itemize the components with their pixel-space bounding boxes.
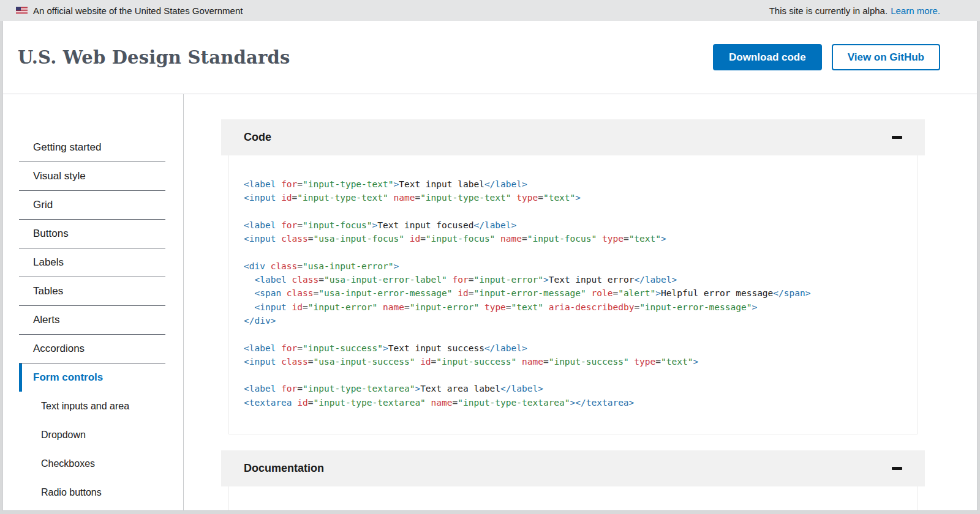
sidebar-item-getting-started[interactable]: Getting started (19, 133, 165, 162)
learn-more-link[interactable]: Learn more. (891, 6, 940, 16)
sidebar-list: Getting startedVisual styleGridButtonsLa… (19, 133, 165, 507)
body-row: Getting startedVisual styleGridButtonsLa… (3, 94, 977, 510)
gov-banner-left: An official website of the United States… (16, 6, 243, 16)
code-accordion-header[interactable]: Code (221, 119, 925, 155)
sidebar-subitem-radio-buttons[interactable]: Radio buttons (19, 478, 165, 507)
sidebar-item-accordions[interactable]: Accordions (19, 335, 165, 363)
view-on-github-button[interactable]: View on GitHub (832, 44, 940, 70)
code-accordion: Code <label for="input-type-text">Text i… (221, 119, 925, 434)
sidebar-nav: Getting startedVisual styleGridButtonsLa… (3, 94, 184, 510)
gov-banner: An official website of the United States… (0, 0, 980, 21)
sidebar-item-form-controls[interactable]: Form controls (19, 363, 165, 392)
page-frame: U.S. Web Design Standards Download code … (2, 21, 978, 511)
sidebar-item-buttons[interactable]: Buttons (19, 220, 165, 248)
sidebar-item-visual-style[interactable]: Visual style (19, 162, 165, 191)
sidebar-item-tables[interactable]: Tables (19, 277, 165, 306)
us-flag-icon (16, 7, 28, 14)
main-content: Code <label for="input-type-text">Text i… (184, 94, 977, 510)
sidebar-subitem-checkboxes[interactable]: Checkboxes (19, 449, 165, 478)
collapse-minus-icon (892, 136, 902, 139)
sidebar-subitem-dropdown[interactable]: Dropdown (19, 420, 165, 449)
code-sample: <label for="input-type-text">Text input … (244, 177, 902, 409)
sidebar-item-alerts[interactable]: Alerts (19, 306, 165, 335)
sidebar-item-grid[interactable]: Grid (19, 191, 165, 220)
documentation-accordion: Documentation (221, 450, 925, 511)
code-accordion-title: Code (244, 131, 271, 144)
gov-banner-right: This site is currently in alpha. Learn m… (769, 6, 940, 16)
header-buttons: Download code View on GitHub (713, 44, 940, 70)
sidebar-item-labels[interactable]: Labels (19, 248, 165, 277)
documentation-accordion-header[interactable]: Documentation (221, 450, 925, 486)
documentation-accordion-title: Documentation (244, 462, 324, 475)
collapse-minus-icon (892, 467, 902, 470)
documentation-accordion-content (228, 486, 918, 511)
site-header: U.S. Web Design Standards Download code … (3, 21, 977, 94)
code-accordion-content: <label for="input-type-text">Text input … (228, 155, 918, 434)
download-code-button[interactable]: Download code (713, 44, 822, 70)
sidebar-subitem-text-inputs-and-area[interactable]: Text inputs and area (19, 392, 165, 420)
alpha-status-text: This site is currently in alpha. (769, 6, 888, 16)
banner-text: An official website of the United States… (33, 6, 243, 16)
site-title: U.S. Web Design Standards (18, 47, 290, 68)
